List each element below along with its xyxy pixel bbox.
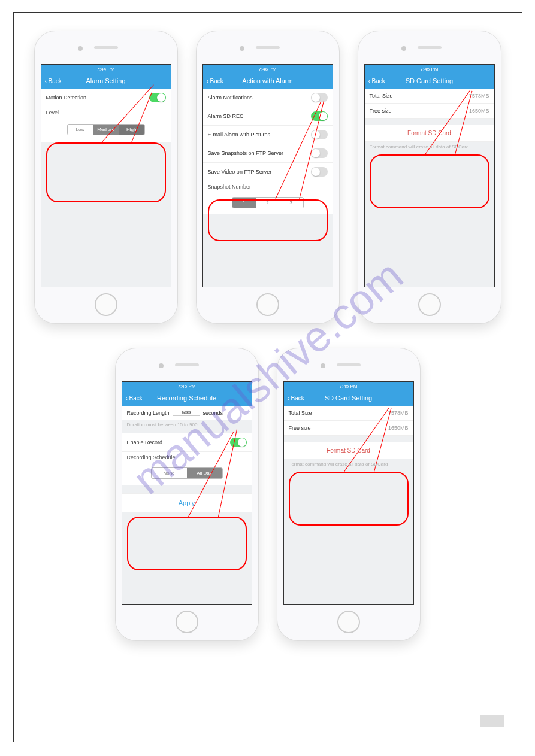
status-time: 7:45 PM <box>421 66 439 72</box>
nav-title: Action with Alarm <box>242 77 292 84</box>
home-button[interactable] <box>95 293 117 316</box>
home-button[interactable] <box>176 611 198 633</box>
status-bar: 7:44 PM <box>41 65 171 73</box>
home-button[interactable] <box>256 293 279 316</box>
status-time: 7:44 PM <box>97 66 115 72</box>
status-time: 7:45 PM <box>340 384 358 389</box>
nav-bar: ‹ Back SD Card Setting <box>284 390 413 406</box>
nav-title: Alarm Setting <box>86 77 125 84</box>
seg-none[interactable]: None <box>152 468 187 478</box>
back-button[interactable]: ‹ Back <box>368 78 385 84</box>
screen-alarm-setting: 7:44 PM ‹ Back Alarm Setting Motion Dete… <box>41 64 171 287</box>
recording-length-row: Recording Length seconds <box>122 406 252 420</box>
free-size-row: Free size 1650MB <box>365 104 494 119</box>
phone-recording-schedule: 7:45 PM ‹ Back Recording Schedule Record… <box>115 348 259 641</box>
alarm-notifications-toggle[interactable] <box>311 93 328 102</box>
phone-action-alarm: 7:46 PM ‹ Back Action with Alarm Alarm N… <box>196 31 340 324</box>
email-alarm-toggle[interactable] <box>311 130 328 139</box>
row-label: Alarm SD REC <box>208 113 244 119</box>
toggle-knob <box>157 93 165 102</box>
home-button[interactable] <box>418 293 441 316</box>
recording-length-unit: seconds <box>203 410 223 416</box>
phone-row-2: 7:45 PM ‹ Back Recording Schedule Record… <box>26 348 510 641</box>
phone-speaker <box>256 46 280 49</box>
level-label: Level <box>41 107 171 117</box>
callout-box <box>289 472 409 526</box>
seg-low[interactable]: Low <box>68 125 93 135</box>
phone-camera <box>78 46 83 51</box>
length-hint: Duration must between 15 to 900 <box>122 420 252 430</box>
status-time: 7:46 PM <box>259 66 277 72</box>
back-button[interactable]: ‹ Back <box>207 78 223 84</box>
content: Alarm Notifications Alarm SD REC E-mail … <box>203 89 333 214</box>
phone-sd-card-1: 7:45 PM ‹ Back SD Card Setting Total Siz… <box>358 31 501 324</box>
nav-title: Recording Schedule <box>157 394 216 402</box>
page-number-box <box>480 715 504 727</box>
screen-sd-card-1: 7:45 PM ‹ Back SD Card Setting Total Siz… <box>364 64 495 287</box>
enable-record-toggle[interactable] <box>230 438 247 447</box>
nav-bar: ‹ Back Recording Schedule <box>122 390 252 406</box>
back-button[interactable]: ‹ Back <box>126 395 143 402</box>
content: Recording Length seconds Duration must b… <box>122 406 252 512</box>
screen-recording-schedule: 7:45 PM ‹ Back Recording Schedule Record… <box>122 381 252 605</box>
row-label: Save Snapshots on FTP Server <box>208 150 283 156</box>
callout-box <box>127 517 247 570</box>
snapshot-number-label: Snapshot Number <box>203 181 333 191</box>
recording-length-label: Recording Length <box>127 410 170 416</box>
phone-camera <box>240 46 244 51</box>
seg-high[interactable]: High <box>119 125 144 135</box>
status-bar: 7:46 PM <box>203 65 333 73</box>
phone-alarm-setting: 7:44 PM ‹ Back Alarm Setting Motion Dete… <box>34 31 178 324</box>
alarm-notifications-row: Alarm Notifications <box>203 89 333 107</box>
video-ftp-toggle[interactable] <box>311 167 328 177</box>
phone-speaker <box>94 46 118 49</box>
row-label: Save Video on FTP Server <box>208 169 272 175</box>
status-time: 7:45 PM <box>178 384 196 389</box>
phone-camera <box>401 46 406 51</box>
apply-button[interactable]: Apply <box>122 493 252 512</box>
seg-allday[interactable]: All Day <box>187 468 222 478</box>
status-bar: 7:45 PM <box>284 382 413 390</box>
back-label: Back <box>372 78 385 84</box>
screen-sd-card-2: 7:45 PM ‹ Back SD Card Setting Total Siz… <box>283 381 414 605</box>
total-size-label: Total Size <box>370 93 393 99</box>
nav-title: SD Card Setting <box>406 77 453 84</box>
back-label: Back <box>49 78 62 84</box>
total-size-row: Total Size 7578MB <box>284 406 413 421</box>
back-label: Back <box>210 78 223 84</box>
back-button[interactable]: ‹ Back <box>288 395 304 402</box>
format-sd-button[interactable]: Format SD Card <box>365 125 494 142</box>
level-segment[interactable]: Low Medium High <box>67 124 145 135</box>
page-frame: manualshive.com 7:44 PM ‹ Back Alarm Set… <box>13 12 522 742</box>
enable-record-label: Enable Record <box>127 439 163 445</box>
toggle-knob <box>312 168 320 176</box>
snap-ftp-toggle[interactable] <box>311 148 328 158</box>
free-size-value: 1650MB <box>469 108 489 114</box>
callout-box <box>46 142 166 202</box>
nav-bar: ‹ Back Action with Alarm <box>203 73 333 89</box>
recording-length-input[interactable] <box>173 409 200 416</box>
nav-title: SD Card Setting <box>325 394 372 402</box>
seg-medium[interactable]: Medium <box>93 125 119 135</box>
callout-box <box>208 199 328 241</box>
callout-box <box>370 154 489 208</box>
motion-detection-toggle[interactable] <box>149 93 166 102</box>
row-label: Alarm Notifications <box>208 95 253 101</box>
phone-speaker <box>337 363 361 366</box>
motion-detection-row: Motion Detection <box>41 89 171 107</box>
content: Total Size 7578MB Free size 1650MB Forma… <box>365 89 494 152</box>
back-label: Back <box>291 395 304 402</box>
phone-speaker <box>175 363 199 366</box>
status-bar: 7:45 PM <box>365 65 494 73</box>
free-size-value: 1650MB <box>388 425 409 431</box>
home-button[interactable] <box>337 611 360 633</box>
free-size-row: Free size 1650MB <box>284 421 413 436</box>
free-size-label: Free size <box>370 108 392 114</box>
format-sd-button[interactable]: Format SD Card <box>284 442 413 459</box>
motion-detection-label: Motion Detection <box>46 95 87 101</box>
toggle-knob <box>238 438 246 447</box>
back-button[interactable]: ‹ Back <box>45 78 62 84</box>
phone-row-1: 7:44 PM ‹ Back Alarm Setting Motion Dete… <box>26 31 510 324</box>
phone-camera <box>321 363 325 368</box>
toggle-knob <box>312 149 320 157</box>
